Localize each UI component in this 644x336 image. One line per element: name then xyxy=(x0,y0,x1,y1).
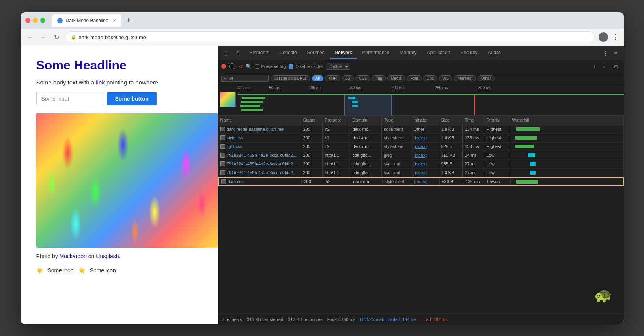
devtools-icons: ⬚ 📱 xyxy=(221,48,243,58)
export-button[interactable]: ↓ xyxy=(600,62,608,70)
hide-data-urls-chip[interactable]: ☑ Hide data URLs xyxy=(271,75,310,81)
timeline-label-300ms: 300 ms xyxy=(478,86,491,90)
sun-icon-2: ☀️ xyxy=(78,267,85,274)
ws-chip[interactable]: WS xyxy=(439,75,452,81)
preserve-log-row: Preserve log xyxy=(255,64,286,69)
filter-icon: ⊲ xyxy=(239,64,243,69)
lock-icon: 🔒 xyxy=(71,34,77,40)
devtools-panel: ⬚ 📱 Elements Console Sources Network Per… xyxy=(218,46,624,324)
filter-input[interactable] xyxy=(221,75,269,82)
manifest-chip[interactable]: Manifest xyxy=(454,75,476,81)
css-chip[interactable]: CSS xyxy=(355,75,371,81)
address-bar[interactable]: 🔒 dark-mode-baseline.glitch.me xyxy=(65,31,595,43)
close-button[interactable] xyxy=(25,18,30,23)
status-dom-content-loaded[interactable]: DOMContentLoaded: 144 ms xyxy=(360,317,416,322)
table-row[interactable]: 791b2241-459b-4a2e-8cca-c0fdc2... 200 ht… xyxy=(218,160,624,169)
table-row[interactable]: 791b2241-459b-4a2e-8cca-c0fdc2... 200 ht… xyxy=(218,169,624,177)
doc-chip[interactable]: Doc xyxy=(423,75,437,81)
timeline-thumbnail xyxy=(218,84,238,115)
img-chip[interactable]: Img xyxy=(372,75,386,81)
tab-application[interactable]: Application xyxy=(422,47,455,59)
status-transferred: 316 KB transferred xyxy=(247,317,283,322)
back-button[interactable]: ← xyxy=(25,32,35,42)
page-headline: Some Headline xyxy=(36,58,202,73)
col-priority-header: Priority xyxy=(484,116,510,125)
other-chip[interactable]: Other xyxy=(478,75,495,81)
mockaroon-link[interactable]: Mockaroon xyxy=(60,253,87,259)
js-chip[interactable]: JS xyxy=(342,75,354,81)
import-button[interactable]: ↑ xyxy=(591,62,599,70)
throttle-select[interactable]: Online xyxy=(326,63,350,70)
minimize-button[interactable] xyxy=(33,18,38,23)
tab-security[interactable]: Security xyxy=(455,47,482,59)
col-type-header: Type xyxy=(382,116,411,125)
icon-label-2: Some icon xyxy=(90,267,116,274)
col-status-header: Status xyxy=(301,116,323,125)
timeline-area: 311 ms 50 ms 100 ms 150 ms 200 ms 250 ms… xyxy=(218,84,624,116)
timeline-bar-3 xyxy=(240,105,260,107)
refresh-button[interactable]: ↻ xyxy=(52,32,62,42)
titlebar: Dark Mode Baseline × + xyxy=(21,12,624,29)
all-chip[interactable]: All xyxy=(312,75,323,81)
tab-elements[interactable]: Elements xyxy=(245,47,274,59)
close-devtools-button[interactable]: ✕ xyxy=(611,48,621,58)
table-row[interactable]: dark-mode-baseline.glitch.me 200 h2 dark… xyxy=(218,125,624,134)
fullscreen-button[interactable] xyxy=(40,18,45,23)
some-input[interactable] xyxy=(36,92,103,105)
media-chip[interactable]: Media xyxy=(387,75,405,81)
device-mode-button[interactable]: 📱 xyxy=(233,48,243,58)
inspect-element-button[interactable]: ⬚ xyxy=(221,48,231,58)
sun-icon-1: ☀️ xyxy=(36,267,43,274)
new-tab-button[interactable]: + xyxy=(123,15,134,26)
some-button[interactable]: Some button xyxy=(107,92,157,105)
status-load: Load: 282 ms xyxy=(421,317,448,322)
tab-sources[interactable]: Sources xyxy=(302,47,329,59)
nowhere-link[interactable]: link xyxy=(96,79,105,86)
tab-close-button[interactable]: × xyxy=(113,18,116,23)
tab-performance[interactable]: Performance xyxy=(358,47,394,59)
network-table[interactable]: Name Status Protocol Domain Type Initiat… xyxy=(218,116,624,315)
timeline-time-label: 311 ms xyxy=(238,86,251,90)
tab-network[interactable]: Network xyxy=(330,47,357,59)
photo-credit: Photo by Mockaroon on Unsplash. xyxy=(36,253,202,259)
tab-audits[interactable]: Audits xyxy=(483,47,506,59)
search-network-button[interactable]: 🔍 xyxy=(246,64,252,69)
col-waterfall-header: Waterfall xyxy=(510,116,624,125)
table-header: Name Status Protocol Domain Type Initiat… xyxy=(218,116,624,125)
preserve-log-checkbox[interactable] xyxy=(255,64,259,69)
disable-cache-label: Disable cache xyxy=(295,64,323,69)
forward-button[interactable]: → xyxy=(39,32,48,42)
timeline-bar-4 xyxy=(348,97,355,99)
table-row[interactable]: 791b2241-459b-4a2e-8cca-c0fdc2... 200 ht… xyxy=(218,151,624,160)
menu-dots-button[interactable]: ⋮ xyxy=(612,33,619,41)
profile-icon[interactable] xyxy=(599,32,608,42)
traffic-lights xyxy=(25,18,45,23)
active-tab[interactable]: Dark Mode Baseline × xyxy=(52,14,121,27)
font-chip[interactable]: Font xyxy=(407,75,422,81)
thumbnail-image xyxy=(220,92,236,107)
table-row[interactable]: style.css 200 h2 dark-mo... stylesheet (… xyxy=(218,134,624,143)
unsplash-link[interactable]: Unsplash xyxy=(96,253,119,259)
tab-memory[interactable]: Memory xyxy=(395,47,421,59)
timeline-green-bar xyxy=(238,94,624,95)
status-resources: 313 KB resources xyxy=(288,317,322,322)
xhr-chip[interactable]: XHR xyxy=(325,75,340,81)
table-row[interactable]: light.css 200 h2 dark-mo... stylesheet (… xyxy=(218,143,624,151)
timeline-label-50ms: 50 ms xyxy=(269,86,280,90)
devtools-controls: ⊘ ⊲ 🔍 Preserve log Disable cache Online … xyxy=(218,60,624,73)
photo-credit-middle: on xyxy=(87,253,96,259)
settings-button[interactable]: ⚙ xyxy=(611,62,621,71)
content-area: Some Headline Some body text with a link… xyxy=(21,46,624,324)
hide-data-urls-check: ☑ xyxy=(274,76,278,81)
devtools-statusbar: 7 requests 316 KB transferred 313 KB res… xyxy=(218,315,624,324)
clear-button[interactable]: ⊘ xyxy=(229,63,235,69)
tab-console[interactable]: Console xyxy=(275,47,302,59)
col-name-header: Name xyxy=(218,116,301,125)
more-options-button[interactable]: ⋮ xyxy=(601,48,610,58)
record-button[interactable] xyxy=(221,64,226,69)
filter-chips: ☑ Hide data URLs All XHR JS CSS Img Medi… xyxy=(271,75,495,81)
disable-cache-checkbox[interactable] xyxy=(289,64,293,69)
browser-window: Dark Mode Baseline × + ← → ↻ 🔒 dark-mode… xyxy=(21,12,624,324)
table-row[interactable]: dark.css 200 h2 dark-mo... stylesheet (i… xyxy=(218,177,624,186)
col-domain-header: Domain xyxy=(350,116,382,125)
